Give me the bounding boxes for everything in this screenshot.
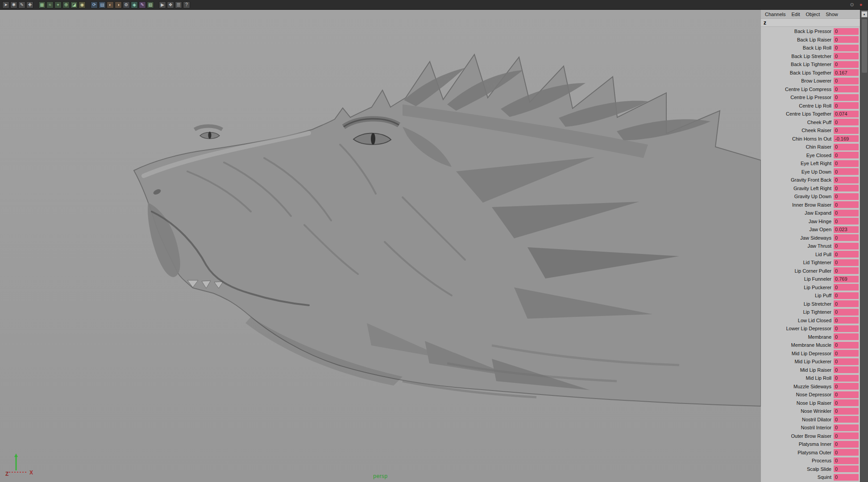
- channel-label[interactable]: Nose Wrinkler: [801, 408, 834, 414]
- channel-menu-channels[interactable]: Channels: [765, 12, 785, 17]
- channel-menu-edit[interactable]: Edit: [791, 12, 800, 17]
- channel-label[interactable]: Jaw Thrust: [807, 243, 834, 249]
- channel-value-field[interactable]: 0: [834, 78, 859, 84]
- channel-value-field[interactable]: 0: [834, 366, 859, 373]
- channel-value-field[interactable]: 0: [834, 358, 859, 365]
- channel-value-field[interactable]: 0: [834, 152, 859, 158]
- channel-value-field[interactable]: 0: [834, 449, 859, 456]
- channel-value-field[interactable]: 0: [834, 333, 859, 340]
- dragon-model[interactable]: [0, 10, 761, 482]
- channel-label[interactable]: Lip Stretcher: [804, 301, 834, 307]
- channel-value-field[interactable]: 0: [834, 210, 859, 216]
- channel-label[interactable]: Lower Lip Depressor: [786, 326, 834, 331]
- channel-label[interactable]: Eye Up Down: [802, 169, 834, 175]
- channel-value-field[interactable]: 0: [834, 350, 859, 357]
- channel-label[interactable]: Nose Depressor: [796, 392, 834, 397]
- channel-label[interactable]: Mid Lip Depressor: [792, 351, 834, 356]
- channel-value-field[interactable]: 0: [834, 416, 859, 423]
- channel-label[interactable]: Jaw Sideways: [800, 235, 834, 241]
- channel-label[interactable]: Jaw Expand: [805, 210, 834, 216]
- channel-label[interactable]: Mid Lip Raiser: [800, 367, 834, 373]
- channel-value-field[interactable]: 0: [834, 251, 859, 258]
- channel-value-field[interactable]: 0: [834, 399, 859, 406]
- channel-label[interactable]: Back Lip Stretcher: [791, 54, 834, 59]
- channel-label[interactable]: Gravity Left Right: [793, 186, 834, 191]
- channel-label[interactable]: Lid Pull: [815, 252, 834, 257]
- channel-label[interactable]: Membrane Muscle: [791, 342, 834, 348]
- channel-value-field[interactable]: 0: [834, 474, 859, 481]
- channel-value-field[interactable]: 0: [834, 243, 859, 249]
- channel-label[interactable]: Outer Brow Raiser: [791, 433, 834, 439]
- channel-menu-show[interactable]: Show: [826, 12, 838, 17]
- scrollbar-thumb[interactable]: [862, 19, 867, 73]
- channel-value-field[interactable]: 0.023: [834, 226, 859, 233]
- render-current-frame-icon[interactable]: ◐: [107, 1, 114, 8]
- snap-to-projected-center-icon[interactable]: ⊕: [62, 1, 70, 8]
- paint-select-tool-icon[interactable]: ✎: [18, 1, 25, 8]
- select-tool-icon[interactable]: ➤: [2, 1, 9, 8]
- channel-value-field[interactable]: 0: [834, 177, 859, 183]
- channel-value-field[interactable]: 0: [834, 28, 859, 35]
- help-icon[interactable]: ?: [183, 1, 190, 8]
- channel-value-field[interactable]: 0: [834, 267, 859, 274]
- channel-label[interactable]: Cheek Raiser: [802, 128, 834, 133]
- channel-value-field[interactable]: 0: [834, 53, 859, 59]
- render-settings-icon[interactable]: ⚙: [123, 1, 130, 8]
- channel-label[interactable]: Back Lip Roll: [803, 45, 834, 50]
- channel-label[interactable]: Brow Lowerer: [801, 78, 834, 83]
- channel-value-field[interactable]: 0: [834, 160, 859, 167]
- channel-label[interactable]: Back Lip Pressor: [794, 29, 834, 34]
- snap-to-curve-icon[interactable]: ≈: [46, 1, 54, 8]
- channel-value-field[interactable]: 0: [834, 383, 859, 390]
- channel-label[interactable]: Scalp Slide: [807, 466, 834, 472]
- channel-label[interactable]: Inner Brow Raiser: [792, 202, 834, 208]
- channel-value-field[interactable]: 0.167: [834, 69, 859, 76]
- channel-value-field[interactable]: 0: [834, 185, 859, 191]
- channel-label[interactable]: Centre Lip Roll: [799, 103, 834, 108]
- playblast-icon[interactable]: ▶: [159, 1, 166, 8]
- channel-label[interactable]: Chin Horns In Out: [792, 136, 834, 141]
- snap-to-view-plane-icon[interactable]: ◪: [71, 1, 78, 8]
- channel-value-field[interactable]: 0: [834, 168, 859, 175]
- channel-value-field[interactable]: 0: [834, 94, 859, 101]
- channel-value-field[interactable]: 0: [834, 317, 859, 324]
- channel-label[interactable]: Chin Raiser: [806, 144, 834, 150]
- channel-label[interactable]: Centre Lips Together: [786, 111, 834, 116]
- channel-label[interactable]: Lip Puckerer: [804, 285, 834, 290]
- channel-label[interactable]: Gravity Front Back: [791, 177, 834, 183]
- channel-label[interactable]: Lip Funneler: [804, 276, 834, 282]
- channel-value-field[interactable]: 0: [834, 284, 859, 291]
- channel-label[interactable]: Nostril Interior: [801, 425, 834, 430]
- channel-label[interactable]: Centre Lip Pressor: [790, 95, 834, 100]
- channel-value-field[interactable]: 0: [834, 127, 859, 134]
- channel-label[interactable]: Nostril Dilator: [802, 417, 834, 422]
- move-tool-icon[interactable]: ✚: [26, 1, 33, 8]
- channel-label[interactable]: Cheek Puff: [807, 120, 834, 125]
- channel-value-field[interactable]: 0: [834, 309, 859, 316]
- channel-label[interactable]: Eye Closed: [806, 153, 834, 158]
- channel-value-field[interactable]: 0: [834, 119, 859, 125]
- uv-editor-icon[interactable]: ▧: [147, 1, 154, 8]
- channel-label[interactable]: Platysma Inner: [799, 441, 834, 447]
- channel-label[interactable]: Lip Corner Puller: [794, 268, 834, 274]
- plugin-manager-icon[interactable]: ❖: [167, 1, 174, 8]
- channel-value-field[interactable]: 0: [834, 193, 859, 200]
- channel-label[interactable]: Mid Lip Puckerer: [794, 359, 834, 364]
- channel-value-field[interactable]: 0: [834, 457, 859, 464]
- channel-value-field[interactable]: 0: [834, 234, 859, 241]
- channel-label[interactable]: Lip Tightener: [803, 309, 834, 315]
- channel-label[interactable]: Low Lid Closed: [798, 318, 834, 323]
- channel-menu-object[interactable]: Object: [806, 12, 820, 17]
- channel-value-field[interactable]: 0: [834, 218, 859, 224]
- snap-to-point-icon[interactable]: ⌖: [54, 1, 62, 8]
- channel-value-field[interactable]: 0: [834, 36, 859, 43]
- viewport[interactable]: Z X persp: [0, 10, 761, 482]
- channel-value-field[interactable]: 0: [834, 292, 859, 299]
- channel-value-field[interactable]: 0: [834, 465, 859, 472]
- channel-label[interactable]: Squint: [818, 474, 834, 480]
- channel-value-field[interactable]: 0: [834, 201, 859, 208]
- channel-label[interactable]: Centre Lip Compress: [785, 87, 834, 92]
- channel-value-field[interactable]: 0.074: [834, 111, 859, 117]
- open-render-view-icon[interactable]: ▤: [99, 1, 106, 8]
- lasso-tool-icon[interactable]: ✱: [10, 1, 17, 8]
